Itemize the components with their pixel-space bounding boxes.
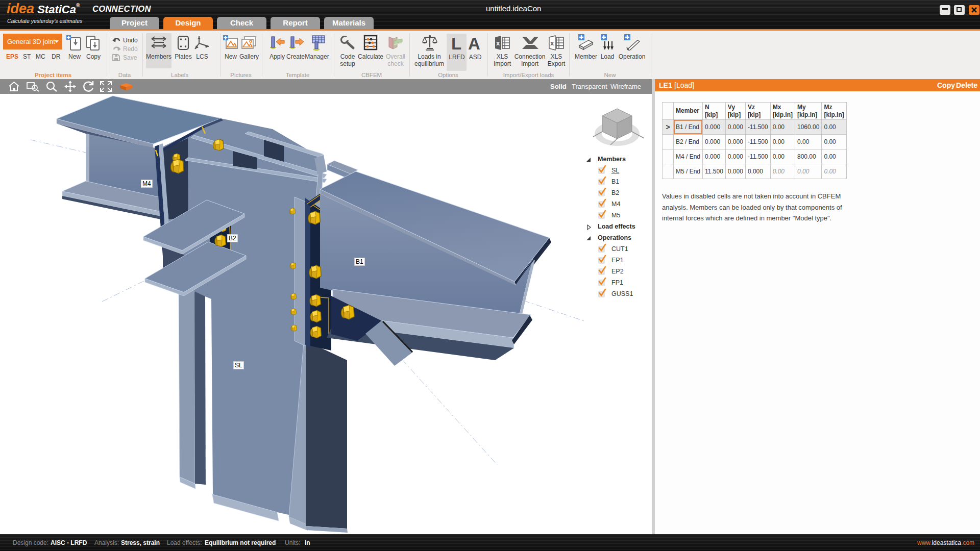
- svg-text:x: x: [496, 39, 500, 47]
- svg-text:x: x: [550, 39, 554, 47]
